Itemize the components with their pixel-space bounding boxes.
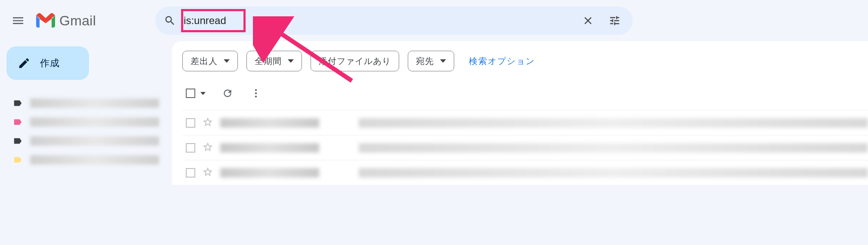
chevron-down-icon bbox=[200, 92, 206, 95]
chevron-down-icon bbox=[288, 59, 294, 63]
sender-redacted bbox=[220, 168, 319, 178]
select-all-checkbox[interactable] bbox=[186, 89, 206, 98]
label-icon bbox=[13, 117, 22, 127]
label-icon bbox=[13, 155, 22, 165]
clear-search-button[interactable] bbox=[579, 11, 597, 30]
label-icon bbox=[13, 98, 22, 108]
chip-sender[interactable]: 差出人 bbox=[182, 51, 238, 71]
mail-list bbox=[182, 110, 868, 185]
svg-point-4 bbox=[255, 89, 257, 91]
mail-toolbar bbox=[182, 87, 868, 100]
main-menu-button[interactable] bbox=[8, 10, 28, 31]
search-icon bbox=[164, 15, 176, 27]
label-name-redacted bbox=[30, 155, 159, 165]
checkbox-icon bbox=[186, 89, 195, 98]
header-bar: Gmail bbox=[0, 0, 868, 41]
search-options-button[interactable] bbox=[605, 11, 624, 30]
subject-redacted bbox=[359, 118, 868, 128]
chip-to-label: 宛先 bbox=[416, 55, 434, 67]
sender-redacted bbox=[220, 143, 319, 153]
main-panel: 差出人 全期間 添付ファイルあり 宛先 検索オプション bbox=[172, 41, 868, 185]
chevron-down-icon bbox=[440, 59, 446, 63]
sidebar-label-item[interactable] bbox=[13, 94, 172, 113]
more-button[interactable] bbox=[249, 87, 262, 100]
mail-row[interactable] bbox=[182, 160, 868, 185]
star-button[interactable] bbox=[202, 141, 213, 154]
refresh-icon bbox=[222, 88, 233, 99]
sidebar-label-item[interactable] bbox=[13, 150, 172, 169]
search-bar[interactable] bbox=[155, 6, 633, 35]
search-input[interactable] bbox=[180, 12, 579, 29]
sender-redacted bbox=[220, 118, 319, 128]
hamburger-icon bbox=[11, 14, 25, 28]
pencil-icon bbox=[18, 57, 31, 70]
gmail-wordmark: Gmail bbox=[59, 13, 96, 29]
star-outline-icon bbox=[202, 116, 213, 128]
refresh-button[interactable] bbox=[221, 87, 234, 100]
svg-point-5 bbox=[255, 92, 257, 94]
chip-sender-label: 差出人 bbox=[191, 55, 218, 67]
sidebar: 作成 bbox=[0, 41, 172, 185]
chip-time-range[interactable]: 全期間 bbox=[246, 51, 302, 71]
star-button[interactable] bbox=[202, 166, 213, 179]
sidebar-labels bbox=[0, 94, 172, 169]
chip-has-attachment[interactable]: 添付ファイルあり bbox=[311, 51, 399, 71]
close-icon bbox=[582, 15, 594, 27]
sidebar-label-item[interactable] bbox=[13, 132, 172, 150]
chip-has-attachment-label: 添付ファイルあり bbox=[319, 55, 391, 67]
mail-row[interactable] bbox=[182, 135, 868, 160]
compose-button[interactable]: 作成 bbox=[6, 46, 89, 80]
label-icon bbox=[13, 136, 22, 146]
subject-redacted bbox=[359, 168, 868, 178]
sidebar-label-item[interactable] bbox=[13, 113, 172, 132]
compose-label: 作成 bbox=[40, 57, 60, 70]
row-checkbox[interactable] bbox=[186, 168, 195, 178]
gmail-logo[interactable]: Gmail bbox=[34, 12, 96, 29]
chevron-down-icon bbox=[224, 59, 230, 63]
tune-icon bbox=[609, 15, 621, 27]
more-vert-icon bbox=[250, 88, 262, 99]
row-checkbox[interactable] bbox=[186, 118, 195, 128]
label-name-redacted bbox=[30, 136, 159, 146]
star-outline-icon bbox=[202, 166, 213, 178]
gmail-m-icon bbox=[34, 12, 57, 29]
row-checkbox[interactable] bbox=[186, 143, 195, 153]
star-button[interactable] bbox=[202, 116, 213, 129]
chip-time-range-label: 全期間 bbox=[255, 55, 282, 67]
mail-row[interactable] bbox=[182, 110, 868, 135]
search-options-link[interactable]: 検索オプション bbox=[469, 55, 535, 67]
chip-to[interactable]: 宛先 bbox=[408, 51, 454, 71]
star-outline-icon bbox=[202, 141, 213, 153]
filter-chip-row: 差出人 全期間 添付ファイルあり 宛先 検索オプション bbox=[182, 51, 868, 71]
label-name-redacted bbox=[30, 98, 159, 108]
svg-point-6 bbox=[255, 95, 257, 97]
label-name-redacted bbox=[30, 117, 159, 127]
subject-redacted bbox=[359, 143, 868, 153]
